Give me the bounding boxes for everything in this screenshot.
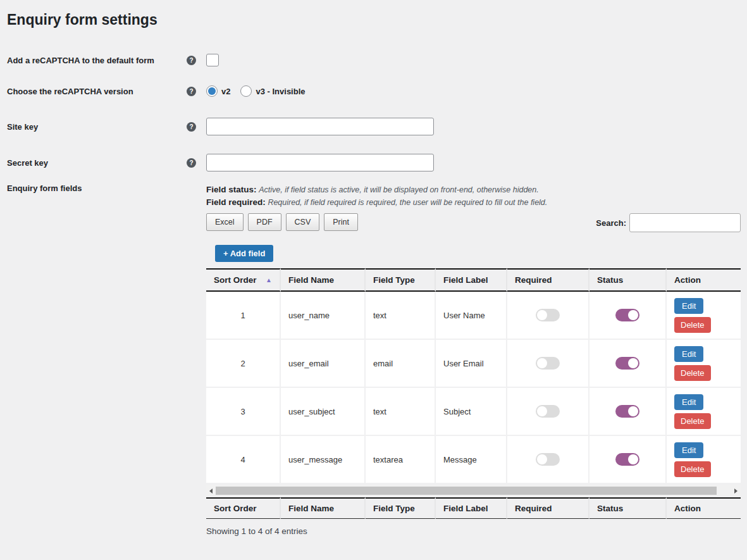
col-header-status: Status bbox=[590, 497, 667, 519]
required-toggle-cell bbox=[507, 340, 590, 388]
col-header-field-type: Field Type bbox=[366, 497, 436, 519]
status-toggle-cell bbox=[590, 340, 667, 388]
help-icon[interactable]: ? bbox=[187, 87, 196, 96]
search-label: Search: bbox=[596, 218, 626, 228]
fields-table-footer: Sort OrderField NameField TypeField Labe… bbox=[206, 497, 741, 519]
field-required-desc: Required, if field required is required,… bbox=[268, 198, 547, 207]
add-field-button[interactable]: + Add field bbox=[215, 245, 273, 262]
scroll-left-arrow-icon[interactable] bbox=[206, 485, 216, 496]
print-export-button[interactable]: Print bbox=[324, 213, 358, 231]
csv-export-button[interactable]: CSV bbox=[286, 213, 320, 231]
field-name-cell: user_name bbox=[281, 292, 366, 340]
required-toggle-cell bbox=[507, 388, 590, 436]
field-type-cell: textarea bbox=[366, 436, 436, 484]
required-toggle-cell bbox=[507, 436, 590, 484]
field-status-note: Field status: Active, if field status is… bbox=[206, 184, 741, 196]
enquiry-form-settings-page: Enquiry form settings Add a reCAPTCHA to… bbox=[0, 0, 747, 536]
field-type-cell: text bbox=[366, 388, 436, 436]
status-toggle[interactable] bbox=[615, 309, 639, 321]
search-input[interactable] bbox=[629, 213, 741, 232]
radio-v2[interactable] bbox=[206, 85, 218, 97]
sort-order-cell: 3 bbox=[206, 388, 281, 436]
recaptcha-enable-row: Add a reCAPTCHA to the default form ? bbox=[7, 54, 740, 66]
fields-section-content: Field status: Active, if field status is… bbox=[206, 184, 741, 536]
sort-order-cell: 2 bbox=[206, 340, 281, 388]
delete-button[interactable]: Delete bbox=[674, 461, 711, 477]
col-header-required[interactable]: Required bbox=[507, 268, 590, 292]
status-toggle[interactable] bbox=[615, 405, 639, 418]
sort-asc-icon: ▲ bbox=[266, 277, 272, 283]
scroll-right-arrow-icon[interactable] bbox=[731, 485, 741, 496]
help-icon[interactable]: ? bbox=[187, 158, 196, 168]
horizontal-scrollbar[interactable] bbox=[206, 485, 741, 496]
help-icon[interactable]: ? bbox=[187, 56, 196, 65]
table-row: 2user_emailemailUser EmailEditDelete bbox=[206, 340, 741, 388]
delete-button[interactable]: Delete bbox=[674, 317, 711, 333]
excel-export-button[interactable]: Excel bbox=[206, 213, 244, 231]
delete-button[interactable]: Delete bbox=[674, 413, 711, 429]
recaptcha-version-radio-group: v2 v3 - Invisible bbox=[206, 85, 316, 97]
col-header-field-type[interactable]: Field Type bbox=[366, 268, 436, 292]
enquiry-form-fields-row: Enquiry form fields Field status: Active… bbox=[7, 184, 740, 536]
col-header-action[interactable]: Action bbox=[667, 268, 741, 292]
action-cell: EditDelete bbox=[667, 388, 741, 436]
site-key-input[interactable] bbox=[206, 118, 434, 135]
pdf-export-button[interactable]: PDF bbox=[248, 213, 281, 231]
secret-key-row: Secret key ? bbox=[7, 154, 740, 171]
field-type-cell: email bbox=[366, 340, 436, 388]
radio-v3-invisible[interactable] bbox=[240, 85, 252, 97]
site-key-label: Site key bbox=[7, 122, 187, 132]
edit-button[interactable]: Edit bbox=[674, 298, 703, 314]
recaptcha-enable-checkbox[interactable] bbox=[206, 54, 219, 66]
field-required-note: Field required: Required, if field requi… bbox=[206, 196, 741, 209]
required-toggle[interactable] bbox=[536, 453, 560, 466]
action-cell: EditDelete bbox=[667, 292, 741, 340]
status-toggle[interactable] bbox=[615, 357, 639, 370]
field-name-cell: user_subject bbox=[281, 388, 366, 436]
status-toggle-cell bbox=[590, 388, 667, 436]
table-footer-row: Sort OrderField NameField TypeField Labe… bbox=[206, 497, 741, 519]
field-type-cell: text bbox=[366, 292, 436, 340]
page-title: Enquiry form settings bbox=[7, 0, 740, 29]
required-toggle[interactable] bbox=[536, 405, 560, 418]
edit-button[interactable]: Edit bbox=[674, 346, 703, 362]
fields-table-container: + Add field Sort Order▲Field NameField T… bbox=[206, 239, 741, 519]
delete-button[interactable]: Delete bbox=[674, 365, 711, 381]
field-label-cell: User Name bbox=[436, 292, 507, 340]
datatable-toolbar: Excel PDF CSV Print Search: bbox=[206, 213, 741, 232]
col-header-field-label: Field Label bbox=[436, 497, 507, 519]
help-icon[interactable]: ? bbox=[187, 122, 196, 132]
field-label-cell: Message bbox=[436, 436, 507, 484]
col-header-status[interactable]: Status bbox=[590, 268, 667, 292]
sort-order-cell: 1 bbox=[206, 292, 281, 340]
sort-order-cell: 4 bbox=[206, 436, 281, 484]
required-toggle[interactable] bbox=[536, 357, 560, 370]
edit-button[interactable]: Edit bbox=[674, 442, 703, 458]
field-status-desc: Active, if field status is active, it wi… bbox=[259, 185, 539, 194]
field-status-term: Field status: bbox=[206, 185, 257, 194]
recaptcha-version-row: Choose the reCAPTCHA version ? v2 v3 - I… bbox=[7, 85, 740, 97]
required-toggle-cell bbox=[507, 292, 590, 340]
table-header-row: Sort Order▲Field NameField TypeField Lab… bbox=[206, 268, 741, 292]
table-row: 1user_nametextUser NameEditDelete bbox=[206, 292, 741, 340]
col-header-field-name: Field Name bbox=[281, 497, 366, 519]
entries-summary: Showing 1 to 4 of 4 entries bbox=[206, 526, 741, 536]
col-header-sort-order: Sort Order bbox=[206, 497, 281, 519]
fields-table: Sort Order▲Field NameField TypeField Lab… bbox=[206, 268, 741, 484]
col-header-field-name[interactable]: Field Name bbox=[281, 268, 366, 292]
edit-button[interactable]: Edit bbox=[674, 394, 703, 410]
enquiry-form-fields-label: Enquiry form fields bbox=[7, 184, 187, 193]
field-name-cell: user_email bbox=[281, 340, 366, 388]
status-toggle[interactable] bbox=[615, 453, 639, 466]
status-toggle-cell bbox=[590, 292, 667, 340]
col-header-sort-order[interactable]: Sort Order▲ bbox=[206, 268, 281, 292]
field-name-cell: user_message bbox=[281, 436, 366, 484]
site-key-row: Site key ? bbox=[7, 118, 740, 135]
col-header-field-label[interactable]: Field Label bbox=[436, 268, 507, 292]
secret-key-input[interactable] bbox=[206, 154, 434, 171]
radio-v2-label: v2 bbox=[221, 87, 230, 96]
scrollbar-thumb[interactable] bbox=[216, 487, 717, 495]
required-toggle[interactable] bbox=[536, 309, 560, 321]
table-row: 3user_subjecttextSubjectEditDelete bbox=[206, 388, 741, 436]
action-cell: EditDelete bbox=[667, 340, 741, 388]
